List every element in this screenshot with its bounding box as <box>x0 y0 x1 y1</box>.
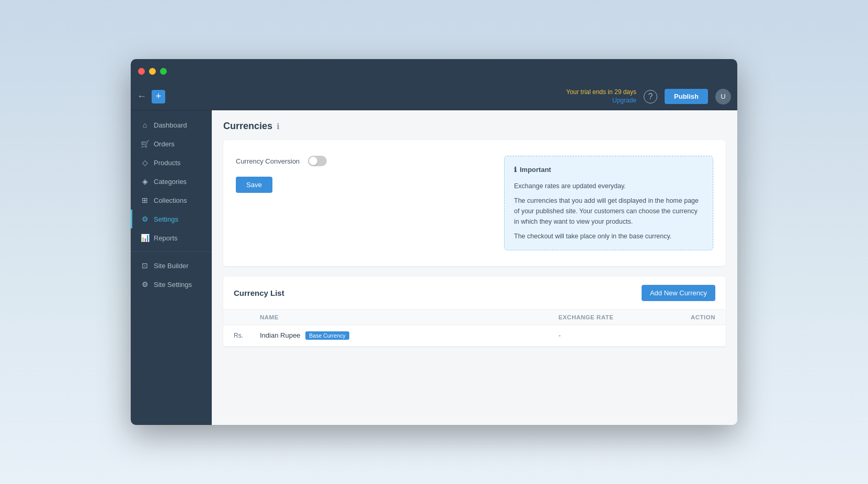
trial-days-text: Your trial ends in 29 days <box>566 88 636 97</box>
currency-conversion-row: Currency Conversion <box>236 156 488 166</box>
dashboard-icon: ⌂ <box>141 121 149 129</box>
topnav-left: ← + <box>137 90 165 103</box>
currency-conversion-label: Currency Conversion <box>236 157 300 165</box>
info-tooltip-icon[interactable]: ℹ <box>277 122 280 131</box>
settings-icon: ⚙ <box>141 215 149 223</box>
card-inner: Currency Conversion Save ℹ Important <box>236 156 713 250</box>
site-builder-icon: ⊡ <box>141 261 149 270</box>
main-layout: ⌂ Dashboard 🛒 Orders ◇ Products ◈ Catego… <box>131 110 737 425</box>
table-row: Rs. Indian Rupee Base Currency - <box>223 325 726 347</box>
sidebar-item-label: Products <box>154 159 180 167</box>
currency-list-card: Currency List Add New Currency NAME EXCH… <box>223 276 726 347</box>
reports-icon: 📊 <box>141 234 149 242</box>
sidebar-divider <box>131 251 212 252</box>
content-area: Currencies ℹ Currency Conversion Save <box>212 110 737 425</box>
table-header: NAME EXCHANGE RATE ACTION <box>223 309 726 325</box>
page-title: Currencies <box>223 121 272 132</box>
site-settings-icon: ⚙ <box>141 280 149 289</box>
currency-conversion-toggle[interactable] <box>308 156 327 166</box>
currency-name: Indian Rupee <box>260 331 300 339</box>
sidebar-item-label: Reports <box>154 234 178 242</box>
sidebar-item-categories[interactable]: ◈ Categories <box>131 172 212 191</box>
sidebar-item-settings[interactable]: ⚙ Settings <box>131 210 212 228</box>
info-line-2: The currencies that you add will get dis… <box>514 195 703 227</box>
col-header-empty <box>234 314 260 320</box>
sidebar-item-reports[interactable]: 📊 Reports <box>131 228 212 247</box>
sidebar-item-label: Settings <box>154 215 178 223</box>
add-button[interactable]: + <box>152 90 165 103</box>
col-header-exchange-rate: EXCHANGE RATE <box>558 314 663 320</box>
categories-icon: ◈ <box>141 177 149 186</box>
sidebar-item-dashboard[interactable]: ⌂ Dashboard <box>131 116 212 134</box>
sidebar-item-label: Collections <box>154 197 187 204</box>
add-currency-button[interactable]: Add New Currency <box>642 285 715 301</box>
currency-symbol: Rs. <box>234 332 260 339</box>
currency-list-title: Currency List <box>234 289 284 297</box>
sidebar-item-label: Site Builder <box>154 262 188 270</box>
sidebar: ⌂ Dashboard 🛒 Orders ◇ Products ◈ Catego… <box>131 110 212 425</box>
list-header: Currency List Add New Currency <box>223 276 726 309</box>
currency-conversion-card: Currency Conversion Save ℹ Important <box>223 140 726 266</box>
card-right: ℹ Important Exchange rates are updated e… <box>504 156 713 250</box>
col-header-name: NAME <box>260 314 558 320</box>
sidebar-item-label: Categories <box>154 178 187 186</box>
avatar[interactable]: U <box>715 89 731 105</box>
sidebar-item-site-settings[interactable]: ⚙ Site Settings <box>131 275 212 294</box>
publish-button[interactable]: Publish <box>665 89 708 104</box>
collections-icon: ⊞ <box>141 196 149 204</box>
app-window: ← + Your trial ends in 29 days Upgrade ?… <box>131 59 737 425</box>
trial-info: Your trial ends in 29 days Upgrade <box>566 88 636 105</box>
minimize-button[interactable] <box>149 68 156 75</box>
upgrade-link[interactable]: Upgrade <box>566 97 636 105</box>
sidebar-item-label: Site Settings <box>154 281 192 289</box>
sidebar-item-products[interactable]: ◇ Products <box>131 153 212 172</box>
back-button[interactable]: ← <box>137 91 146 102</box>
base-currency-badge: Base Currency <box>305 331 349 340</box>
topnav: ← + Your trial ends in 29 days Upgrade ?… <box>131 83 737 110</box>
sidebar-item-site-builder[interactable]: ⊡ Site Builder <box>131 256 212 275</box>
card-left: Currency Conversion Save <box>236 156 488 250</box>
info-line-3: The checkout will take place only in the… <box>514 231 703 241</box>
currency-name-row: Indian Rupee Base Currency <box>260 331 558 340</box>
save-button[interactable]: Save <box>236 177 272 193</box>
info-box: ℹ Important Exchange rates are updated e… <box>504 156 713 250</box>
sidebar-item-label: Dashboard <box>154 121 187 129</box>
titlebar <box>131 59 737 83</box>
topnav-right: Your trial ends in 29 days Upgrade ? Pub… <box>566 88 731 105</box>
sidebar-item-label: Orders <box>154 140 175 148</box>
sidebar-item-collections[interactable]: ⊞ Collections <box>131 191 212 210</box>
sidebar-item-orders[interactable]: 🛒 Orders <box>131 134 212 153</box>
toggle-knob <box>309 157 317 165</box>
info-line-1: Exchange rates are updated everyday. <box>514 181 703 191</box>
info-box-title-text: Important <box>520 165 551 176</box>
page-title-row: Currencies ℹ <box>223 121 726 132</box>
maximize-button[interactable] <box>160 68 167 75</box>
orders-icon: 🛒 <box>141 140 149 148</box>
exchange-rate-value: - <box>558 331 663 339</box>
info-box-title: ℹ Important <box>514 165 703 176</box>
products-icon: ◇ <box>141 158 149 167</box>
info-box-icon: ℹ <box>514 165 517 176</box>
help-button[interactable]: ? <box>644 90 657 103</box>
col-header-action: ACTION <box>663 314 715 320</box>
close-button[interactable] <box>138 68 145 75</box>
